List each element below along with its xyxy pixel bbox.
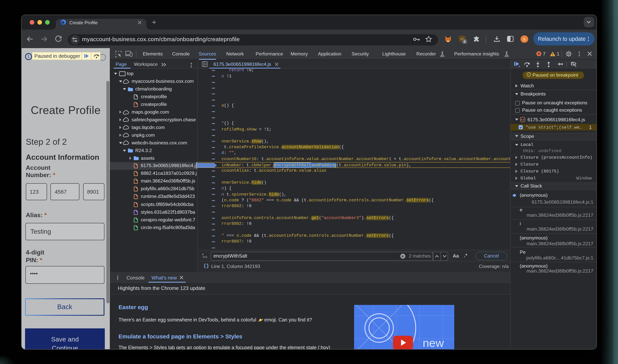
svg-text:B: B: [205, 255, 207, 258]
svg-text:A: A: [202, 253, 204, 256]
